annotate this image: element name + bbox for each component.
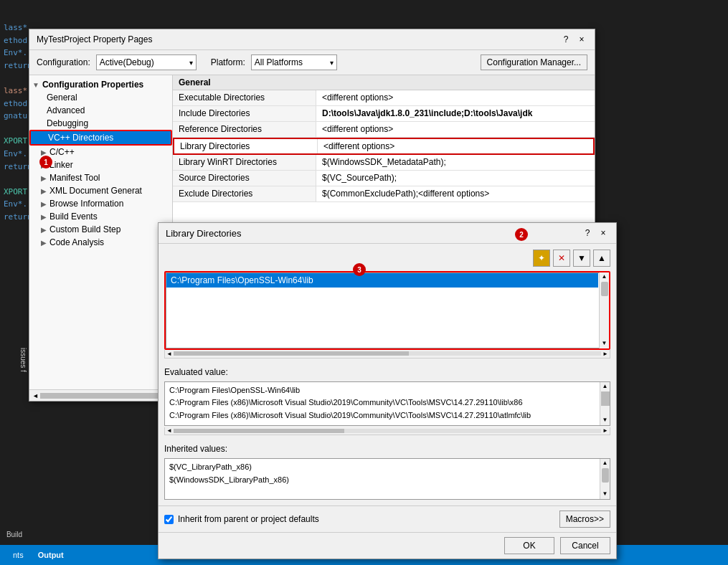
eval-hscroll-right[interactable]: ► xyxy=(602,427,608,434)
lib-toolbar: ✦ ✕ ▼ ▲ xyxy=(164,250,610,267)
entry-vscroll-down[interactable]: ▼ xyxy=(600,339,609,347)
tree-item-xml-arrow: ▶ xyxy=(41,187,47,195)
lib-dialog-body: ✦ ✕ ▼ ▲ C:\Program Files\OpenSSL-Win64\l… xyxy=(159,244,616,505)
prop-value-exec[interactable]: <different options> xyxy=(316,90,595,105)
build-label: Build xyxy=(0,523,29,545)
cancel-btn[interactable]: Cancel xyxy=(560,537,610,554)
tree-item-manifest[interactable]: ▶ Manifest Tool xyxy=(29,171,172,184)
tree-item-advanced-label: Advanced xyxy=(47,105,85,115)
prop-name-source: Source Directories xyxy=(173,171,316,186)
inherit-check-row: Inherit from parent or project defaults xyxy=(164,514,319,524)
eval-scroll-thumb xyxy=(601,391,610,406)
inherit-checkbox-label: Inherit from parent or project defaults xyxy=(178,514,319,524)
tree-item-debugging-label: Debugging xyxy=(47,118,88,128)
config-mgr-btn[interactable]: Configuration Manager... xyxy=(481,54,587,70)
inherited-line-0: $(VC_LibraryPath_x86) xyxy=(169,461,598,474)
tree-item-xml-label: XML Document Generat xyxy=(49,186,142,196)
tree-root-label: Configuration Properties xyxy=(42,80,143,90)
prop-value-source[interactable]: $(VC_SourcePath); xyxy=(316,171,595,186)
inherited-vscroll[interactable]: ▲ ▼ xyxy=(600,459,610,499)
entry-vscroll-up[interactable]: ▲ xyxy=(600,272,609,280)
prop-name-ref: Reference Directories xyxy=(173,122,316,137)
prop-row-exclude: Exclude Directories $(CommonExcludePath)… xyxy=(173,186,595,202)
entry-hscroll-thumb xyxy=(174,351,409,356)
macros-btn[interactable]: Macros>> xyxy=(559,511,610,528)
entry-row-0[interactable]: C:\Program Files\OpenSSL-Win64\lib xyxy=(166,273,598,288)
hscroll-left-btn[interactable]: ◄ xyxy=(32,392,39,399)
entry-vscroll-thumb xyxy=(601,282,608,296)
prop-row-lib: Library Directories <different options> xyxy=(173,138,595,155)
platform-label: Platform: xyxy=(211,57,245,67)
config-dropdown[interactable]: Active(Debug) ▾ xyxy=(96,54,197,70)
tree-item-cpp-label: C/C++ xyxy=(49,147,75,157)
tree-item-linker-label: Linker xyxy=(49,160,73,170)
lib-dialog-bottom: Inherit from parent or project defaults … xyxy=(159,505,616,532)
tree-item-custom-arrow: ▶ xyxy=(41,226,47,234)
tree-item-debugging[interactable]: Debugging xyxy=(29,117,172,130)
entry-vscroll[interactable]: ▲ ▼ xyxy=(599,272,609,348)
tree-panel: ▼ Configuration Properties General Advan… xyxy=(29,75,173,389)
lib-up-btn[interactable]: ▲ xyxy=(593,250,610,267)
entry-hscroll-left[interactable]: ◄ xyxy=(166,351,172,357)
dialog-title: MyTestProject Property Pages xyxy=(37,34,152,44)
tree-item-cpp-arrow: ▶ xyxy=(41,148,47,156)
tree-item-advanced[interactable]: Advanced xyxy=(29,104,172,117)
tree-item-code-arrow: ▶ xyxy=(41,239,47,247)
entry-row-2[interactable] xyxy=(166,303,598,319)
eval-hscroll[interactable]: ◄ ► xyxy=(164,427,610,436)
entry-hscroll[interactable]: ◄ ► xyxy=(164,350,610,359)
tree-root-arrow: ▼ xyxy=(32,81,39,89)
tree-item-cpp[interactable]: ▶ C/C++ xyxy=(29,146,172,158)
lib-down-btn[interactable]: ▼ xyxy=(573,250,590,267)
prop-row-include: Include Directories D:\tools\Java\jdk1.8… xyxy=(173,106,595,122)
inherited-vscroll-up[interactable]: ▲ xyxy=(600,459,610,467)
tree-item-custom-label: Custom Build Step xyxy=(49,224,120,234)
eval-line-1: C:\Program Files (x86)\Microsoft Visual … xyxy=(169,397,598,409)
prop-value-lib[interactable]: <different options> xyxy=(318,139,593,153)
config-row: Configuration: Active(Debug) ▾ Platform:… xyxy=(29,50,595,75)
tree-item-manifest-arrow: ▶ xyxy=(41,174,47,182)
tree-item-xml[interactable]: ▶ XML Document Generat xyxy=(29,184,172,197)
eval-vscroll-up[interactable]: ▲ xyxy=(600,382,610,390)
eval-vscroll[interactable]: ▲ ▼ xyxy=(600,382,610,425)
entry-hscroll-right[interactable]: ► xyxy=(602,351,608,357)
tree-item-build-events[interactable]: ▶ Build Events xyxy=(29,210,172,223)
tree-item-vc-directories[interactable]: VC++ Directories xyxy=(29,130,172,146)
inherited-vscroll-down[interactable]: ▼ xyxy=(600,490,610,498)
platform-dropdown[interactable]: All Platforms ▾ xyxy=(251,54,337,70)
entry-row-1[interactable] xyxy=(166,288,598,303)
tree-item-general[interactable]: General xyxy=(29,91,172,104)
dialog-help-btn[interactable]: ? xyxy=(560,34,572,45)
config-label: Configuration: xyxy=(37,57,90,67)
inherit-checkbox[interactable] xyxy=(164,515,174,524)
prop-row-source: Source Directories $(VC_SourcePath); xyxy=(173,171,595,186)
badge-2: 2 xyxy=(515,228,528,241)
eval-hscroll-left[interactable]: ◄ xyxy=(166,427,172,434)
lib-close-btn[interactable]: × xyxy=(597,227,609,239)
dialog-controls: ? × xyxy=(560,34,587,45)
eval-vscroll-down[interactable]: ▼ xyxy=(600,416,610,424)
prop-value-exclude[interactable]: $(CommonExcludePath);<different options> xyxy=(316,186,595,201)
tree-item-browse[interactable]: ▶ Browse Information xyxy=(29,197,172,210)
prop-value-winrt[interactable]: $(WindowsSDK_MetadataPath); xyxy=(316,155,595,170)
dialog-close-btn[interactable]: × xyxy=(576,34,587,45)
inherited-vscroll-thumb xyxy=(602,468,609,483)
prop-section-header: General xyxy=(173,75,595,90)
eval-line-0: C:\Program Files\OpenSSL-Win64\lib xyxy=(169,384,598,397)
tree-root[interactable]: ▼ Configuration Properties xyxy=(29,78,172,91)
bottom-tab-output[interactable]: Output xyxy=(31,551,71,559)
tree-item-browse-arrow: ▶ xyxy=(41,200,47,208)
ok-btn[interactable]: OK xyxy=(504,537,554,554)
tree-item-code-analysis[interactable]: ▶ Code Analysis xyxy=(29,236,172,249)
prop-value-ref[interactable]: <different options> xyxy=(316,122,595,137)
lib-add-btn[interactable]: ✦ xyxy=(533,250,550,267)
eval-label: Evaluated value: xyxy=(164,367,610,377)
lib-delete-btn[interactable]: ✕ xyxy=(553,250,570,267)
inherited-line-1: $(WindowsSDK_LibraryPath_x86) xyxy=(169,474,598,487)
lib-help-btn[interactable]: ? xyxy=(582,227,593,239)
bottom-tab-nts[interactable]: nts xyxy=(6,551,31,559)
tree-item-custom-build[interactable]: ▶ Custom Build Step xyxy=(29,223,172,236)
prop-name-winrt: Library WinRT Directories xyxy=(173,155,316,170)
eval-hscroll-thumb xyxy=(174,429,344,433)
prop-value-include[interactable]: D:\tools\Java\jdk1.8.0_231\include;D:\to… xyxy=(316,106,595,121)
